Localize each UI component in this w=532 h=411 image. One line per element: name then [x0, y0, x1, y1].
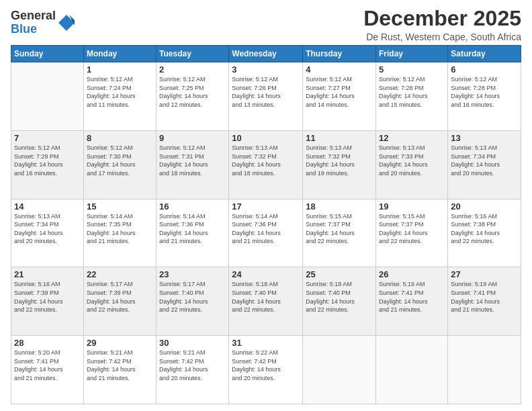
weekday-header-tuesday: Tuesday [157, 46, 229, 62]
day-info: Sunrise: 5:21 AMSunset: 7:42 PMDaylight:… [87, 349, 153, 382]
calendar-cell: 12Sunrise: 5:13 AMSunset: 7:33 PMDayligh… [376, 130, 448, 199]
calendar-cell: 27Sunrise: 5:19 AMSunset: 7:41 PMDayligh… [448, 267, 521, 336]
sunrise-text: Sunrise: 5:21 AM [159, 349, 226, 357]
day-info: Sunrise: 5:22 AMSunset: 7:42 PMDaylight:… [232, 349, 300, 382]
calendar-cell: 17Sunrise: 5:14 AMSunset: 7:36 PMDayligh… [229, 199, 303, 267]
day-number: 25 [306, 269, 373, 279]
daylight-text-cont: and 21 minutes. [232, 237, 300, 246]
day-info: Sunrise: 5:19 AMSunset: 7:41 PMDaylight:… [379, 280, 445, 314]
daylight-text: Daylight: 14 hours [87, 92, 153, 101]
day-info: Sunrise: 5:13 AMSunset: 7:33 PMDaylight:… [379, 144, 445, 177]
sunset-text: Sunset: 7:35 PM [87, 220, 153, 229]
calendar-cell: 16Sunrise: 5:14 AMSunset: 7:36 PMDayligh… [157, 199, 229, 267]
day-number: 7 [14, 133, 81, 143]
day-number: 30 [159, 338, 226, 348]
sunset-text: Sunset: 7:24 PM [87, 84, 153, 93]
weekday-header-friday: Friday [376, 46, 448, 62]
sunset-text: Sunset: 7:41 PM [379, 289, 445, 298]
sunrise-text: Sunrise: 5:12 AM [14, 144, 81, 152]
daylight-text: Daylight: 14 hours [14, 161, 81, 169]
sunrise-text: Sunrise: 5:20 AM [14, 349, 81, 357]
sunset-text: Sunset: 7:41 PM [451, 289, 518, 298]
calendar-cell: 23Sunrise: 5:17 AMSunset: 7:40 PMDayligh… [157, 267, 229, 336]
calendar-week-row: 21Sunrise: 5:16 AMSunset: 7:39 PMDayligh… [11, 267, 521, 336]
day-info: Sunrise: 5:13 AMSunset: 7:32 PMDaylight:… [306, 144, 373, 177]
daylight-text-cont: and 14 minutes. [306, 101, 373, 109]
weekday-header-thursday: Thursday [303, 46, 376, 62]
daylight-text: Daylight: 14 hours [87, 365, 153, 374]
calendar-cell: 2Sunrise: 5:12 AMSunset: 7:25 PMDaylight… [157, 62, 229, 131]
calendar-cell: 15Sunrise: 5:14 AMSunset: 7:35 PMDayligh… [83, 199, 156, 267]
weekday-header-wednesday: Wednesday [229, 46, 303, 62]
daylight-text: Daylight: 14 hours [451, 229, 518, 238]
calendar-cell: 4Sunrise: 5:12 AMSunset: 7:27 PMDaylight… [303, 62, 376, 131]
daylight-text-cont: and 12 minutes. [159, 101, 226, 109]
day-info: Sunrise: 5:17 AMSunset: 7:40 PMDaylight:… [159, 280, 226, 314]
calendar-week-row: 28Sunrise: 5:20 AMSunset: 7:41 PMDayligh… [11, 336, 521, 404]
sunset-text: Sunset: 7:36 PM [232, 220, 300, 229]
daylight-text-cont: and 19 minutes. [306, 169, 373, 178]
calendar-cell: 29Sunrise: 5:21 AMSunset: 7:42 PMDayligh… [83, 336, 156, 404]
sunrise-text: Sunrise: 5:12 AM [87, 144, 153, 152]
logo-blue: Blue [11, 23, 56, 36]
day-info: Sunrise: 5:12 AMSunset: 7:24 PMDaylight:… [87, 75, 153, 109]
day-number: 17 [232, 201, 300, 212]
daylight-text: Daylight: 14 hours [451, 161, 518, 169]
sunset-text: Sunset: 7:41 PM [14, 357, 81, 366]
calendar-cell: 1Sunrise: 5:12 AMSunset: 7:24 PMDaylight… [83, 62, 156, 131]
logo-icon [57, 13, 76, 32]
sunrise-text: Sunrise: 5:16 AM [14, 280, 81, 289]
weekday-header-monday: Monday [83, 46, 156, 62]
day-number: 5 [379, 64, 445, 75]
sunrise-text: Sunrise: 5:12 AM [232, 75, 300, 84]
day-info: Sunrise: 5:16 AMSunset: 7:38 PMDaylight:… [451, 212, 518, 246]
daylight-text-cont: and 21 minutes. [14, 374, 81, 383]
day-info: Sunrise: 5:14 AMSunset: 7:35 PMDaylight:… [87, 212, 153, 246]
calendar-cell: 28Sunrise: 5:20 AMSunset: 7:41 PMDayligh… [11, 336, 84, 404]
daylight-text: Daylight: 14 hours [87, 229, 153, 238]
daylight-text: Daylight: 14 hours [306, 92, 373, 101]
daylight-text-cont: and 16 minutes. [451, 101, 518, 109]
sunset-text: Sunset: 7:27 PM [306, 84, 373, 93]
daylight-text-cont: and 20 minutes. [14, 237, 81, 246]
logo: General Blue [11, 9, 76, 36]
calendar-cell: 5Sunrise: 5:12 AMSunset: 7:28 PMDaylight… [376, 62, 448, 131]
day-number: 21 [14, 269, 81, 279]
daylight-text-cont: and 11 minutes. [87, 101, 153, 109]
sunrise-text: Sunrise: 5:12 AM [306, 75, 373, 84]
day-number: 27 [451, 269, 518, 279]
sunset-text: Sunset: 7:36 PM [159, 220, 226, 229]
calendar-week-row: 14Sunrise: 5:13 AMSunset: 7:34 PMDayligh… [11, 199, 521, 267]
day-number: 11 [306, 133, 373, 143]
day-number: 6 [451, 64, 518, 75]
daylight-text-cont: and 21 minutes. [87, 374, 153, 383]
daylight-text-cont: and 20 minutes. [159, 374, 226, 383]
daylight-text: Daylight: 14 hours [379, 161, 445, 169]
daylight-text-cont: and 20 minutes. [379, 169, 445, 178]
sunrise-text: Sunrise: 5:19 AM [379, 280, 445, 289]
calendar-cell: 13Sunrise: 5:13 AMSunset: 7:34 PMDayligh… [448, 130, 521, 199]
daylight-text: Daylight: 14 hours [232, 229, 300, 238]
sunrise-text: Sunrise: 5:12 AM [87, 75, 153, 84]
sunrise-text: Sunrise: 5:14 AM [159, 212, 226, 221]
calendar-table: SundayMondayTuesdayWednesdayThursdayFrid… [11, 45, 521, 404]
calendar-week-row: 7Sunrise: 5:12 AMSunset: 7:29 PMDaylight… [11, 130, 521, 199]
day-number: 8 [87, 133, 153, 143]
daylight-text: Daylight: 14 hours [379, 229, 445, 238]
sunset-text: Sunset: 7:32 PM [306, 152, 373, 161]
calendar-cell: 19Sunrise: 5:15 AMSunset: 7:37 PMDayligh… [376, 199, 448, 267]
daylight-text: Daylight: 14 hours [159, 298, 226, 306]
day-number: 13 [451, 133, 518, 143]
day-info: Sunrise: 5:15 AMSunset: 7:37 PMDaylight:… [379, 212, 445, 246]
svg-marker-0 [58, 15, 75, 31]
daylight-text-cont: and 18 minutes. [159, 169, 226, 178]
day-number: 3 [232, 64, 300, 75]
sunrise-text: Sunrise: 5:13 AM [232, 144, 300, 152]
day-info: Sunrise: 5:18 AMSunset: 7:40 PMDaylight:… [306, 280, 373, 314]
day-info: Sunrise: 5:20 AMSunset: 7:41 PMDaylight:… [14, 349, 81, 382]
sunset-text: Sunset: 7:34 PM [451, 152, 518, 161]
day-info: Sunrise: 5:16 AMSunset: 7:39 PMDaylight:… [14, 280, 81, 314]
calendar-cell: 14Sunrise: 5:13 AMSunset: 7:34 PMDayligh… [11, 199, 84, 267]
sunrise-text: Sunrise: 5:16 AM [451, 212, 518, 221]
month-title: December 2025 [363, 7, 521, 30]
